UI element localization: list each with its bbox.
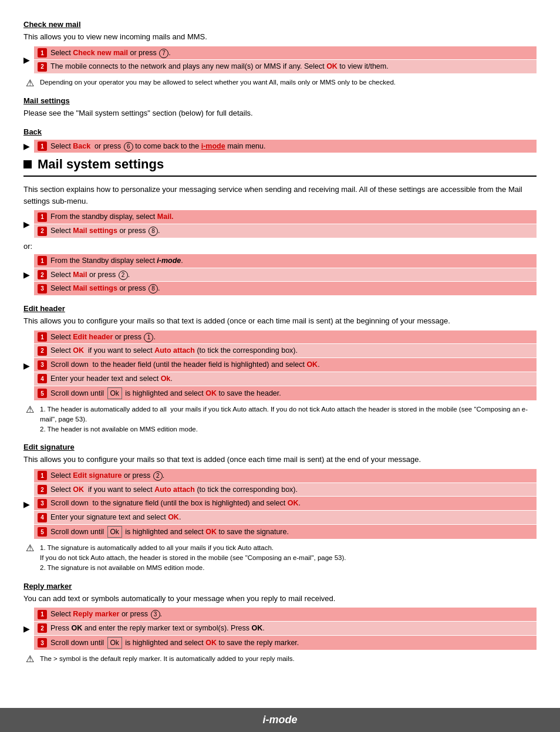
step-text: From the standby display, select Mail. xyxy=(50,211,174,222)
footer-bar: i-mode xyxy=(0,708,560,732)
edit-header-steps: ▶ 1 Select Edit header or press 1. 2 Sel… xyxy=(23,330,537,401)
step-item: 5 Scroll down until Ok is highlighted an… xyxy=(34,525,537,539)
step-number: 1 xyxy=(38,471,47,480)
step-number: 2 xyxy=(38,485,47,494)
step-item: 1 Select Check new mail or press 7. xyxy=(34,46,537,60)
edit-signature-intro: This allows you to configure your mails … xyxy=(23,454,537,465)
arrow-icon: ▶ xyxy=(23,210,34,238)
check-new-mail-title: Check new mail xyxy=(23,20,537,29)
step-text: Scroll down to the header field (until t… xyxy=(50,359,320,370)
step-item: 3 Scroll down to the signature field (un… xyxy=(34,497,537,510)
step-number: 3 xyxy=(38,499,47,508)
step-text: Select Back or press 6 to come back to t… xyxy=(50,141,266,152)
edit-header-section: Edit header This allows you to configure… xyxy=(23,304,537,434)
step-text: Scroll down until Ok is highlighted and … xyxy=(50,387,281,399)
reply-marker-intro: You can add text or symbols automaticall… xyxy=(23,593,537,605)
mail-system-steps-b: ▶ 1 From the Standby display select i-mo… xyxy=(23,254,537,296)
mail-settings-title: Mail settings xyxy=(23,96,537,105)
step-text: Enter your signature text and select OK. xyxy=(50,512,181,523)
reply-marker-section: Reply marker You can add text or symbols… xyxy=(23,582,537,664)
check-new-mail-steps: ▶ 1 Select Check new mail or press 7. 2 … xyxy=(23,46,537,75)
step-item: 1 Select Edit header or press 1. xyxy=(34,330,537,344)
arrow-icon: ▶ xyxy=(23,608,34,650)
step-item: 1 From the Standby display select i-mode… xyxy=(34,254,537,268)
step-text: Select Mail or press 2. xyxy=(50,269,130,281)
back-section: Back ▶ 1 Select Back or press 6 to come … xyxy=(23,127,537,154)
step-text: Scroll down until Ok is highlighted and … xyxy=(50,637,299,649)
steps-table: 1 Select Check new mail or press 7. 2 Th… xyxy=(34,46,537,75)
or-label: or: xyxy=(23,242,537,251)
arrow-icon: ▶ xyxy=(23,330,34,401)
step-item: 1 Select Edit signature or press 2. xyxy=(34,469,537,483)
step-number: 1 xyxy=(38,610,47,619)
step-number: 2 xyxy=(38,346,47,356)
note-text: Depending on your operator you may be al… xyxy=(40,77,396,87)
back-title: Back xyxy=(23,127,537,136)
step-text: Select OK if you want to select Auto att… xyxy=(50,484,298,495)
edit-header-title: Edit header xyxy=(23,304,537,313)
edit-signature-section: Edit signature This allows you to config… xyxy=(23,443,537,573)
step-text: Press OK and enter the reply marker text… xyxy=(50,623,265,634)
step-number: 3 xyxy=(38,284,47,294)
steps-table: 1 From the standby display, select Mail.… xyxy=(34,210,537,238)
step-number: 4 xyxy=(38,513,47,522)
step-number: 1 xyxy=(38,48,47,58)
warning-icon: ⚠ xyxy=(23,404,36,415)
warning-icon: ⚠ xyxy=(23,77,36,88)
steps-table: 1 From the Standby display select i-mode… xyxy=(34,254,537,296)
mail-system-settings-heading: Mail system settings xyxy=(23,157,537,177)
step-text: Select Check new mail or press 7. xyxy=(50,48,171,59)
arrow-icon: ▶ xyxy=(23,46,34,75)
note-text: 1. The header is automatically added to … xyxy=(40,404,537,435)
edit-signature-title: Edit signature xyxy=(23,443,537,451)
step-item: 2 Select Mail settings or press 8. xyxy=(34,224,537,238)
step-text: Select Edit header or press 1. xyxy=(50,332,156,343)
step-item: 2 The mobile connects to the network and… xyxy=(34,60,537,73)
step-item: 2 Select Mail or press 2. xyxy=(34,268,537,282)
step-item: 1 Select Back or press 6 to come back to… xyxy=(34,140,537,153)
edit-header-intro: This allows you to configure your mails … xyxy=(23,315,537,327)
note-text: 1. The signature is automatically added … xyxy=(40,543,346,574)
step-text: The mobile connects to the network and p… xyxy=(50,61,389,72)
mail-system-intro: This section explains how to personalize… xyxy=(23,184,537,207)
steps-table: 1 Select Back or press 6 to come back to… xyxy=(34,140,537,154)
step-item: 4 Enter your header text and select Ok. xyxy=(34,372,537,386)
page-content: Check new mail This allows you to view n… xyxy=(0,0,560,716)
note-text: The > symbol is the default reply marker… xyxy=(40,654,295,664)
step-text: Select Mail settings or press 8. xyxy=(50,225,160,237)
arrow-icon: ▶ xyxy=(23,254,34,296)
note-row: ⚠ 1. The header is automatically added t… xyxy=(23,404,537,435)
step-number: 5 xyxy=(38,527,47,537)
step-text: Select OK if you want to select Auto att… xyxy=(50,345,298,356)
step-item: 2 Press OK and enter the reply marker te… xyxy=(34,622,537,635)
step-item: 3 Select Mail settings or press 8. xyxy=(34,282,537,295)
step-number: 2 xyxy=(38,623,47,633)
step-number: 1 xyxy=(38,256,47,265)
step-text: Select Mail settings or press 8. xyxy=(50,283,160,294)
square-icon xyxy=(23,160,32,168)
footer-label: i-mode xyxy=(262,714,297,726)
step-item: 4 Enter your signature text and select O… xyxy=(34,511,537,524)
step-item: 1 From the standby display, select Mail. xyxy=(34,210,537,224)
arrow-icon: ▶ xyxy=(23,140,34,154)
step-item: 2 Select OK if you want to select Auto a… xyxy=(34,483,537,497)
mail-settings-section: Mail settings Please see the "Mail syste… xyxy=(23,96,537,119)
step-text: Select Reply marker or press 3. xyxy=(50,609,162,620)
step-number: 2 xyxy=(38,227,47,236)
step-number: 1 xyxy=(38,212,47,222)
step-item: 5 Scroll down until Ok is highlighted an… xyxy=(34,386,537,400)
step-text: Scroll down until Ok is highlighted and … xyxy=(50,526,289,538)
check-new-mail-section: Check new mail This allows you to view n… xyxy=(23,20,537,88)
step-text: From the Standby display select i-mode. xyxy=(50,255,183,267)
note-row: ⚠ 1. The signature is automatically adde… xyxy=(23,543,537,574)
note-row: ⚠ The > symbol is the default reply mark… xyxy=(23,654,537,664)
steps-table: 1 Select Reply marker or press 3. 2 Pres… xyxy=(34,608,537,650)
step-number: 5 xyxy=(38,389,47,398)
check-new-mail-intro: This allows you to view new incoming mai… xyxy=(23,31,537,43)
steps-table: 1 Select Edit header or press 1. 2 Selec… xyxy=(34,330,537,401)
step-number: 1 xyxy=(38,332,47,342)
reply-marker-title: Reply marker xyxy=(23,582,537,591)
step-text: Scroll down to the signature field (unti… xyxy=(50,498,301,509)
steps-table: 1 Select Edit signature or press 2. 2 Se… xyxy=(34,469,537,539)
step-item: 2 Select OK if you want to select Auto a… xyxy=(34,344,537,357)
